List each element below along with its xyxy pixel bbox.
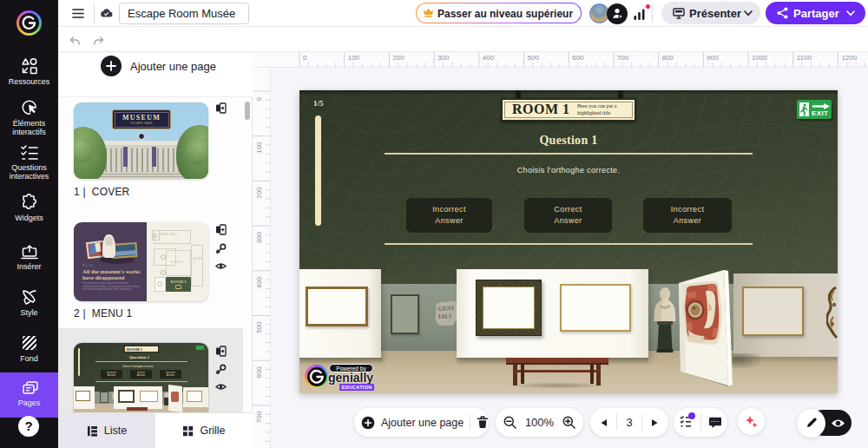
svg-text:500: 500	[528, 54, 540, 62]
svg-text:500: 500	[255, 321, 263, 333]
svg-text:400: 400	[483, 54, 495, 62]
svg-text:0: 0	[303, 54, 307, 62]
svg-text:1100: 1100	[797, 54, 812, 62]
svg-text:1000: 1000	[752, 54, 767, 62]
svg-text:100: 100	[348, 54, 360, 62]
svg-text:IALI: IALI	[438, 313, 452, 320]
svg-text:300: 300	[255, 232, 263, 244]
svg-text:300: 300	[437, 54, 450, 62]
svg-text:900: 900	[707, 54, 719, 62]
svg-text:400: 400	[255, 276, 263, 288]
svg-text:1200: 1200	[841, 54, 857, 62]
svg-text:100: 100	[255, 142, 263, 154]
svg-text:700: 700	[617, 54, 629, 62]
svg-text:700: 700	[255, 411, 263, 423]
svg-text:600: 600	[572, 54, 584, 62]
svg-text:600: 600	[255, 366, 263, 379]
svg-text:0: 0	[255, 96, 263, 101]
svg-text:GENI: GENI	[438, 305, 455, 313]
svg-text:800: 800	[662, 54, 674, 62]
svg-text:200: 200	[255, 187, 263, 199]
svg-text:200: 200	[392, 54, 404, 62]
